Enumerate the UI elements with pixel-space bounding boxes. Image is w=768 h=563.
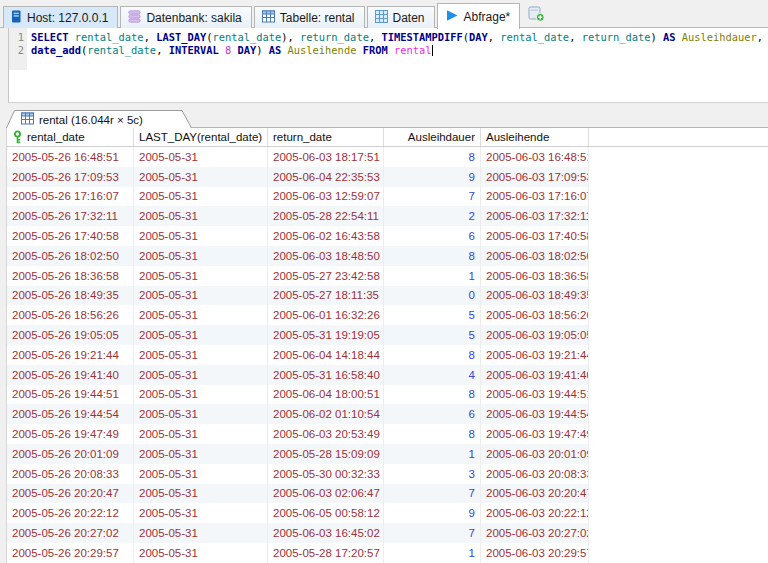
table-cell[interactable]: 2005-06-04 22:35:53 [268,167,384,187]
table-cell[interactable]: 2005-05-31 [134,503,268,523]
table-row[interactable]: 2005-05-26 16:48:512005-05-312005-06-03 … [7,147,589,167]
table-cell[interactable]: 2005-05-31 [134,523,268,543]
table-cell[interactable]: 8 [384,345,481,365]
table-cell[interactable]: 5 [384,305,481,325]
table-cell[interactable]: 2005-05-31 19:19:05 [268,325,384,345]
tab-host[interactable]: Host: 127.0.0.1 [3,6,118,28]
table-row[interactable]: 2005-05-26 17:40:582005-05-312005-06-02 … [7,226,589,246]
table-cell[interactable]: 1 [384,266,481,286]
table-cell[interactable]: 2005-06-03 20:01:09 [481,444,589,464]
table-cell[interactable]: 2005-05-31 [134,226,268,246]
tab-query[interactable]: Abfrage* [437,3,521,29]
table-cell[interactable]: 2005-05-26 18:02:50 [7,246,134,266]
table-cell[interactable]: 2005-05-28 17:20:57 [268,543,384,563]
table-cell[interactable]: 2005-05-26 20:20:47 [7,484,134,504]
table-cell[interactable]: 2005-05-31 [134,266,268,286]
table-cell[interactable]: 2005-05-31 [134,543,268,563]
table-cell[interactable]: 8 [384,246,481,266]
table-cell[interactable]: 2005-05-26 20:22:12 [7,503,134,523]
table-row[interactable]: 2005-05-26 19:47:492005-05-312005-06-03 … [7,424,589,444]
table-cell[interactable]: 2005-05-26 19:47:49 [7,424,134,444]
table-cell[interactable]: 2005-06-03 19:44:51 [481,385,589,405]
table-cell[interactable]: 9 [384,503,481,523]
table-cell[interactable]: 7 [384,484,481,504]
table-cell[interactable]: 6 [384,226,481,246]
table-row[interactable]: 2005-05-26 18:36:582005-05-312005-05-27 … [7,266,589,286]
table-cell[interactable]: 2005-05-26 17:16:07 [7,187,134,207]
table-cell[interactable]: 2005-05-31 [134,305,268,325]
table-cell[interactable]: 2005-05-26 18:36:58 [7,266,134,286]
table-cell[interactable]: 2005-06-03 20:27:02 [481,523,589,543]
table-cell[interactable]: 1 [384,444,481,464]
table-cell[interactable]: 1 [384,543,481,563]
table-cell[interactable]: 2005-05-27 18:11:35 [268,286,384,306]
table-cell[interactable]: 8 [384,424,481,444]
result-grid[interactable]: rental_dateLAST_DAY(rental_date)return_d… [6,127,768,563]
table-cell[interactable]: 2005-06-03 20:20:47 [481,484,589,504]
table-cell[interactable]: 2005-06-03 17:16:07 [481,187,589,207]
table-cell[interactable]: 2005-05-26 18:56:26 [7,305,134,325]
table-cell[interactable]: 2005-06-03 17:40:58 [481,226,589,246]
table-cell[interactable]: 2005-05-31 [134,206,268,226]
table-cell[interactable]: 2005-06-03 20:08:33 [481,464,589,484]
table-row[interactable]: 2005-05-26 20:22:122005-05-312005-06-05 … [7,503,589,523]
table-cell[interactable]: 2005-06-03 19:05:05 [481,325,589,345]
table-cell[interactable]: 2005-05-31 [134,325,268,345]
table-cell[interactable]: 2005-06-03 17:09:53 [481,167,589,187]
table-row[interactable]: 2005-05-26 17:32:112005-05-312005-05-28 … [7,206,589,226]
table-row[interactable]: 2005-05-26 20:08:332005-05-312005-05-30 … [7,464,589,484]
table-cell[interactable]: 2005-05-28 15:09:09 [268,444,384,464]
table-cell[interactable]: 2005-06-03 18:36:58 [481,266,589,286]
table-cell[interactable]: 8 [384,147,481,167]
column-header-rental-date[interactable]: rental_date [7,128,134,146]
table-cell[interactable]: 2005-05-26 20:27:02 [7,523,134,543]
table-row[interactable]: 2005-05-26 20:20:472005-05-312005-06-03 … [7,484,589,504]
new-query-tab-button[interactable] [527,7,545,24]
table-cell[interactable]: 4 [384,365,481,385]
table-cell[interactable]: 6 [384,404,481,424]
table-cell[interactable]: 2005-05-31 [134,286,268,306]
table-cell[interactable]: 2005-05-31 [134,345,268,365]
table-cell[interactable]: 2005-06-04 18:00:51 [268,385,384,405]
table-row[interactable]: 2005-05-26 17:16:072005-05-312005-06-03 … [7,187,589,207]
table-cell[interactable]: 2005-06-04 14:18:44 [268,345,384,365]
table-cell[interactable]: 2005-05-26 20:01:09 [7,444,134,464]
table-row[interactable]: 2005-05-26 19:21:442005-05-312005-06-04 … [7,345,589,365]
table-cell[interactable]: 2005-06-03 20:29:57 [481,543,589,563]
table-row[interactable]: 2005-05-26 18:56:262005-05-312005-06-01 … [7,305,589,325]
table-row[interactable]: 2005-05-26 19:05:052005-05-312005-05-31 … [7,325,589,345]
tab-table[interactable]: Tabelle: rental [254,6,365,28]
table-cell[interactable]: 2005-05-26 19:44:54 [7,404,134,424]
table-row[interactable]: 2005-05-26 17:09:532005-05-312005-06-04 … [7,167,589,187]
table-cell[interactable]: 2005-06-02 01:10:54 [268,404,384,424]
column-header-return-date[interactable]: return_date [268,128,384,146]
table-cell[interactable]: 2005-05-31 [134,365,268,385]
table-cell[interactable]: 2005-05-26 16:48:51 [7,147,134,167]
table-cell[interactable]: 2005-05-31 [134,167,268,187]
column-header-last-day-rental-date-[interactable]: LAST_DAY(rental_date) [134,128,268,146]
table-cell[interactable]: 2005-05-31 [134,147,268,167]
table-cell[interactable]: 7 [384,523,481,543]
tab-database[interactable]: Datenbank: sakila [120,6,251,28]
table-cell[interactable]: 2005-06-02 16:43:58 [268,226,384,246]
table-cell[interactable]: 2005-06-03 17:32:11 [481,206,589,226]
table-cell[interactable]: 2005-05-31 [134,187,268,207]
table-cell[interactable]: 2005-05-26 20:08:33 [7,464,134,484]
table-cell[interactable]: 2005-06-03 19:21:44 [481,345,589,365]
table-cell[interactable]: 2005-06-03 19:44:54 [481,404,589,424]
table-cell[interactable]: 2005-05-28 22:54:11 [268,206,384,226]
table-cell[interactable]: 2005-05-31 [134,404,268,424]
table-cell[interactable]: 2005-05-26 19:41:40 [7,365,134,385]
table-cell[interactable]: 2005-06-03 19:47:49 [481,424,589,444]
table-row[interactable]: 2005-05-26 18:02:502005-05-312005-06-03 … [7,246,589,266]
table-cell[interactable]: 2005-05-26 19:21:44 [7,345,134,365]
table-cell[interactable]: 2005-05-26 17:32:11 [7,206,134,226]
table-cell[interactable]: 2005-06-03 16:48:51 [481,147,589,167]
table-cell[interactable]: 2005-05-27 23:42:58 [268,266,384,286]
table-cell[interactable]: 9 [384,167,481,187]
table-cell[interactable]: 2005-06-03 02:06:47 [268,484,384,504]
table-row[interactable]: 2005-05-26 19:44:542005-05-312005-06-02 … [7,404,589,424]
table-cell[interactable]: 2005-06-03 18:02:50 [481,246,589,266]
table-cell[interactable]: 2005-05-31 [134,424,268,444]
table-cell[interactable]: 2005-05-31 [134,246,268,266]
